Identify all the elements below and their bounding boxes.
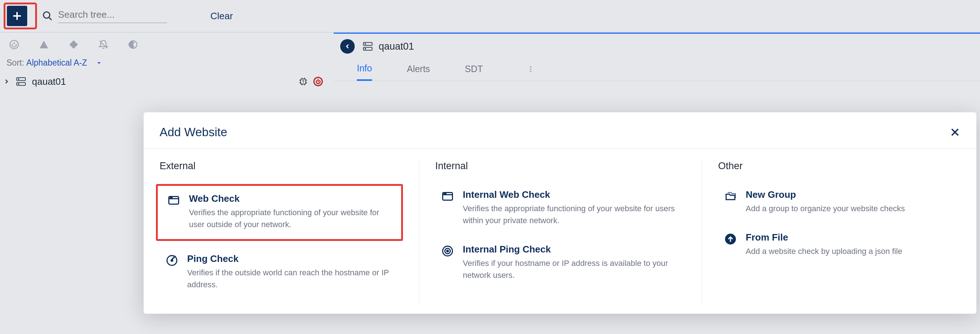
active-indicator-line: [334, 33, 980, 34]
browser-icon: [167, 193, 181, 207]
svg-line-3: [49, 17, 52, 20]
option-from-file[interactable]: From File Add a website check by uploadi…: [718, 227, 961, 262]
radar-icon: [165, 253, 179, 268]
svg-point-23: [365, 43, 366, 44]
tree-item-status: ? ⏻: [298, 76, 331, 87]
svg-point-10: [18, 84, 19, 84]
option-new-group[interactable]: New Group Add a group to organize your w…: [718, 184, 961, 220]
chip-icon[interactable]: ?: [298, 76, 308, 87]
plus-icon: [11, 10, 23, 22]
target-icon: [440, 244, 455, 258]
bell-off-icon[interactable]: [98, 39, 109, 50]
moon-icon[interactable]: [128, 39, 138, 50]
option-desc: Verifies the appropriate functioning of …: [463, 203, 681, 226]
tree-item[interactable]: qauat01 ? ⏻: [0, 73, 334, 90]
svg-point-36: [445, 193, 446, 194]
server-icon: [15, 76, 27, 87]
option-desc: Verifies the appropriate functioning of …: [189, 206, 394, 230]
modal-col-other: Other New Group Add a group to organize …: [702, 160, 976, 303]
option-desc: Verifies if the outside world can reach …: [187, 267, 398, 291]
svg-point-39: [447, 250, 449, 252]
modal-title: Add Website: [159, 125, 228, 139]
option-ping-check[interactable]: Ping Check Verifies if the outside world…: [159, 248, 403, 296]
folders-icon: [723, 189, 738, 204]
sort-control[interactable]: Sort: Alphabetical A-Z: [0, 57, 334, 73]
chevron-down-icon: [96, 60, 102, 66]
option-web-check[interactable]: Web Check Verifies the appropriate funct…: [156, 184, 403, 241]
option-title: Internal Ping Check: [463, 244, 681, 255]
diamond-alert-icon[interactable]: [68, 39, 79, 50]
svg-point-2: [43, 12, 50, 19]
svg-point-30: [172, 198, 172, 198]
svg-text:?: ?: [302, 79, 304, 84]
tab-info[interactable]: Info: [357, 63, 372, 81]
svg-point-24: [365, 49, 366, 49]
option-title: From File: [746, 232, 902, 243]
option-internal-web-check[interactable]: Internal Web Check Verifies the appropri…: [435, 184, 686, 231]
option-title: New Group: [746, 189, 905, 200]
col-heading-other: Other: [718, 160, 961, 172]
option-internal-ping-check[interactable]: Internal Ping Check Verifies if your hos…: [435, 239, 686, 286]
filter-icon-row: [0, 33, 334, 57]
tab-sdt[interactable]: SDT: [465, 64, 483, 80]
search-input[interactable]: [58, 9, 167, 23]
tabs: Info Alerts SDT: [334, 54, 980, 81]
close-icon[interactable]: [950, 127, 961, 138]
page-title: qauat01: [379, 41, 414, 52]
modal-col-internal: Internal Internal Web Check Verifies the…: [419, 160, 702, 303]
modal-col-external: External Web Check Verifies the appropri…: [144, 160, 419, 303]
option-title: Web Check: [189, 193, 394, 204]
col-heading-external: External: [159, 160, 403, 172]
search-icon: [42, 11, 53, 21]
chevron-right-icon: [3, 78, 10, 85]
svg-point-32: [171, 260, 173, 261]
upload-icon: [723, 232, 738, 246]
add-button-highlight: [4, 3, 37, 29]
svg-point-35: [444, 193, 445, 194]
tree-item-label: qauat01: [32, 76, 66, 87]
option-title: Ping Check: [187, 253, 398, 264]
option-desc: Add a website check by uploading a json …: [746, 245, 902, 257]
status-critical-icon[interactable]: ⏻: [313, 77, 323, 86]
top-toolbar: Clear: [0, 0, 980, 33]
tab-alerts[interactable]: Alerts: [407, 64, 430, 80]
power-icon[interactable]: [9, 39, 19, 50]
main-header: qauat01: [334, 33, 980, 54]
modal-header: Add Website: [144, 112, 976, 149]
browser-icon: [440, 189, 455, 204]
add-website-modal: Add Website External Web Check Verifies …: [144, 112, 976, 314]
warning-triangle-icon[interactable]: [38, 39, 49, 50]
svg-point-29: [170, 198, 171, 198]
option-title: Internal Web Check: [463, 189, 681, 200]
svg-point-9: [18, 79, 19, 79]
kebab-menu[interactable]: [525, 66, 536, 78]
col-heading-internal: Internal: [435, 160, 686, 172]
add-button[interactable]: [7, 6, 27, 26]
clear-button[interactable]: Clear: [210, 11, 233, 22]
sort-value: Alphabetical A-Z: [27, 58, 87, 68]
sort-label: Sort:: [6, 58, 24, 68]
back-button[interactable]: [340, 39, 355, 54]
chevron-left-icon: [344, 43, 351, 50]
server-icon: [362, 41, 374, 52]
option-desc: Verifies if your hostname or IP address …: [463, 257, 681, 281]
option-desc: Add a group to organize your website che…: [746, 203, 905, 214]
